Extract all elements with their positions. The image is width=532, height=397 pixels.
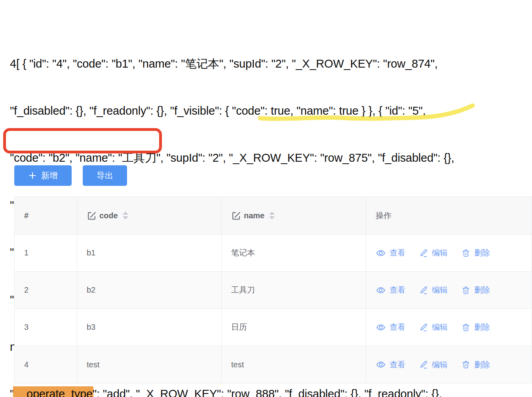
cell-actions: 查看 编辑 删除 bbox=[366, 309, 532, 346]
view-link[interactable]: 查看 bbox=[376, 322, 405, 333]
toolbar: 新增 导出 bbox=[14, 165, 127, 186]
edit-label: 编辑 bbox=[432, 248, 448, 258]
cell-name: 笔记本 bbox=[222, 234, 366, 272]
header-cell-index: # bbox=[15, 197, 77, 234]
operate-type-highlight: __operate_type bbox=[13, 386, 93, 397]
view-label: 查看 bbox=[390, 359, 405, 370]
sort-carets[interactable] bbox=[269, 212, 275, 219]
export-button-label: 导出 bbox=[97, 170, 113, 181]
name-column-label: name bbox=[244, 211, 264, 220]
pen-icon bbox=[419, 248, 428, 258]
sort-carets[interactable] bbox=[123, 212, 128, 219]
sort-asc-caret[interactable] bbox=[123, 212, 128, 215]
page: 4[ { "id": "4", "code": "b1", "name": "笔… bbox=[0, 0, 532, 397]
cell-actions: 查看 编辑 删除 bbox=[366, 272, 532, 309]
json-text: ": "add", "_X_ROW_KEY": "row_888", "f_di… bbox=[93, 388, 442, 397]
cell-code: b1 bbox=[77, 234, 222, 272]
export-button[interactable]: 导出 bbox=[83, 165, 127, 186]
row-code: b3 bbox=[87, 323, 95, 332]
header-cell-actions: 操作 bbox=[366, 197, 532, 234]
cell-name: 工具刀 bbox=[222, 272, 366, 309]
edit-label: 编辑 bbox=[432, 322, 448, 333]
data-table: # code bbox=[14, 197, 532, 384]
view-link[interactable]: 查看 bbox=[376, 359, 405, 370]
row-index: 3 bbox=[24, 323, 28, 332]
edit-label: 编辑 bbox=[432, 359, 448, 370]
cell-name: 日历 bbox=[222, 309, 366, 346]
table-row: 3 b3 日历 查看 编辑 删除 bbox=[15, 309, 532, 346]
trash-icon bbox=[461, 360, 471, 369]
row-name: test bbox=[231, 360, 244, 369]
row-code: b1 bbox=[87, 248, 95, 257]
eye-icon bbox=[376, 248, 386, 258]
table-row: 2 b2 工具刀 查看 编辑 删除 bbox=[15, 272, 532, 309]
json-line: "code": "b2", "name": "工具刀", "supId": "2… bbox=[10, 150, 532, 166]
cell-actions: 查看 编辑 删除 bbox=[366, 234, 532, 272]
sort-desc-caret[interactable] bbox=[269, 216, 275, 219]
cell-code: b2 bbox=[77, 272, 222, 309]
edit-link[interactable]: 编辑 bbox=[419, 248, 448, 258]
cell-index: 4 bbox=[15, 346, 77, 383]
eye-icon bbox=[376, 322, 386, 333]
edit-column-icon bbox=[87, 211, 97, 221]
cell-index: 1 bbox=[15, 234, 77, 272]
row-index: 2 bbox=[24, 285, 28, 295]
edit-column-icon bbox=[231, 211, 241, 221]
trash-icon bbox=[461, 248, 471, 258]
delete-link[interactable]: 删除 bbox=[461, 359, 490, 370]
sort-desc-caret[interactable] bbox=[123, 216, 128, 219]
row-name: 笔记本 bbox=[231, 248, 255, 258]
eye-icon bbox=[376, 359, 386, 370]
edit-link[interactable]: 编辑 bbox=[419, 359, 448, 370]
view-link[interactable]: 查看 bbox=[376, 285, 405, 295]
edit-link[interactable]: 编辑 bbox=[419, 322, 448, 333]
cell-code: b3 bbox=[77, 309, 222, 346]
pen-icon bbox=[419, 285, 428, 295]
pen-icon bbox=[419, 360, 428, 369]
view-label: 查看 bbox=[390, 248, 405, 258]
header-cell-name[interactable]: name bbox=[222, 197, 366, 234]
row-index: 4 bbox=[24, 360, 28, 369]
delete-link[interactable]: 删除 bbox=[461, 322, 490, 333]
row-name: 工具刀 bbox=[231, 285, 255, 295]
code-column-label: code bbox=[99, 211, 118, 220]
json-line: 4[ { "id": "4", "code": "b1", "name": "笔… bbox=[10, 56, 532, 72]
table-row: 4 test test 查看 编辑 删除 bbox=[15, 346, 532, 383]
add-button-label: 新增 bbox=[41, 170, 58, 181]
row-index: 1 bbox=[24, 248, 28, 257]
eye-icon bbox=[376, 285, 386, 295]
cell-index: 2 bbox=[15, 272, 77, 309]
header-cell-code[interactable]: code bbox=[77, 197, 222, 234]
delete-label: 删除 bbox=[474, 322, 490, 333]
header-row: # code bbox=[15, 197, 532, 234]
delete-label: 删除 bbox=[474, 248, 490, 258]
sort-asc-caret[interactable] bbox=[269, 212, 275, 215]
trash-icon bbox=[461, 323, 471, 332]
cell-code: test bbox=[77, 346, 222, 383]
cell-actions: 查看 编辑 删除 bbox=[366, 346, 532, 383]
view-label: 查看 bbox=[390, 322, 405, 333]
pen-icon bbox=[419, 323, 428, 332]
row-code: b2 bbox=[87, 285, 95, 295]
row-name: 日历 bbox=[231, 322, 247, 333]
add-button[interactable]: 新增 bbox=[14, 165, 72, 186]
trash-icon bbox=[461, 285, 471, 295]
delete-link[interactable]: 删除 bbox=[461, 285, 490, 295]
row-code: test bbox=[87, 360, 99, 369]
delete-label: 删除 bbox=[474, 359, 490, 370]
cell-index: 3 bbox=[15, 309, 77, 346]
index-column-label: # bbox=[24, 211, 28, 220]
cell-name: test bbox=[222, 346, 366, 383]
delete-label: 删除 bbox=[474, 285, 490, 295]
json-line: "f_disabled": {}, "f_readonly": {}, "f_v… bbox=[10, 103, 532, 119]
edit-label: 编辑 bbox=[432, 285, 448, 295]
view-label: 查看 bbox=[390, 285, 405, 295]
edit-link[interactable]: 编辑 bbox=[419, 285, 448, 295]
plus-icon bbox=[28, 171, 37, 180]
delete-link[interactable]: 删除 bbox=[461, 248, 490, 258]
json-line-operate-type: "__operate_type": "add", "_X_ROW_KEY": "… bbox=[10, 386, 532, 397]
actions-column-label: 操作 bbox=[376, 210, 391, 221]
view-link[interactable]: 查看 bbox=[376, 248, 405, 258]
table-row: 1 b1 笔记本 查看 编辑 删除 bbox=[15, 234, 532, 272]
